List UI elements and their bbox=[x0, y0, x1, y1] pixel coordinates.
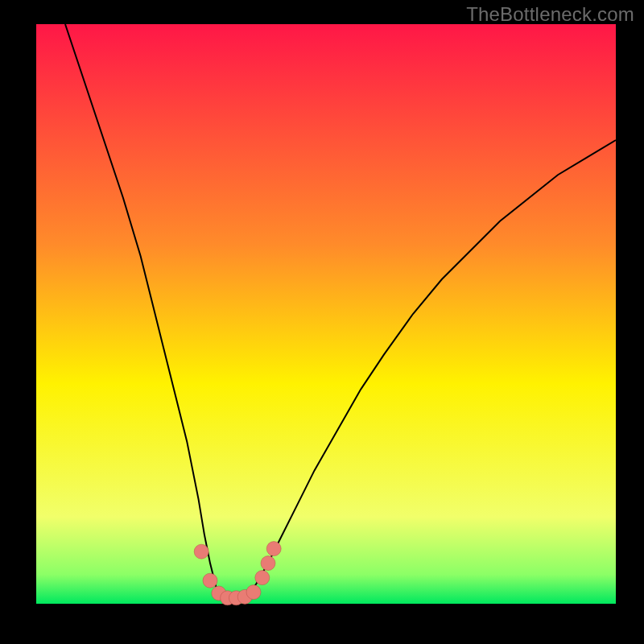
highlight-dot bbox=[194, 544, 208, 559]
bottleneck-chart bbox=[0, 0, 644, 644]
highlight-dot bbox=[246, 585, 261, 600]
highlight-dot bbox=[266, 542, 281, 556]
highlight-dot bbox=[261, 556, 275, 571]
watermark-text: TheBottleneck.com bbox=[466, 3, 634, 26]
highlight-dot bbox=[203, 573, 217, 588]
chart-frame: { "watermark": "TheBottleneck.com", "col… bbox=[0, 0, 644, 644]
highlight-dot bbox=[255, 571, 270, 585]
plot-area bbox=[36, 24, 616, 604]
